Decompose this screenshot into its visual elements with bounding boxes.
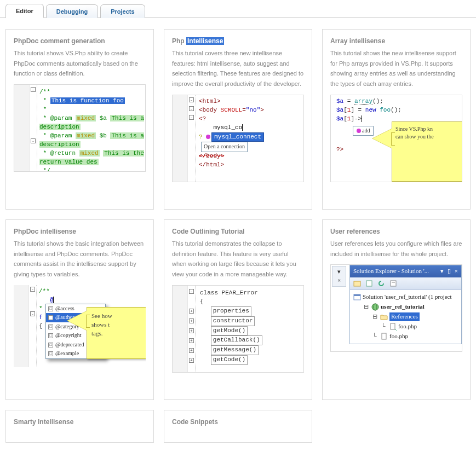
solution-tree: Solution 'user_ref_tutorial' (1 project … bbox=[350, 290, 461, 344]
card-code-outlining[interactable]: Code Outlining Tutorial This tutorial de… bbox=[164, 219, 312, 400]
tree-file-node: └ foo.php bbox=[353, 332, 458, 341]
card-description: This tutorial shows the new intellisense… bbox=[330, 48, 462, 89]
intellisense-selection: mysql_connect bbox=[211, 132, 264, 142]
svg-rect-0 bbox=[354, 281, 360, 286]
card-array-intellisense[interactable]: Array intellisense This tutorial shows t… bbox=[322, 29, 471, 210]
thumbnail-phpdoc-intellisense: - - /** @ * f { □@access □@author □@cate… bbox=[14, 285, 146, 367]
code-text: class PEAR_Error bbox=[200, 289, 258, 296]
tree-solution-node: Solution 'user_ref_tutorial' (1 project bbox=[353, 292, 458, 302]
card-title: PhpDoc intellisense bbox=[14, 228, 146, 235]
globe-icon bbox=[371, 303, 379, 311]
card-phpdoc-comment-generation[interactable]: PhpDoc comment generation This tutorial … bbox=[5, 29, 154, 210]
svg-point-6 bbox=[372, 304, 378, 310]
intellisense-item: add bbox=[353, 126, 374, 136]
method-icon bbox=[206, 135, 210, 139]
card-title: Array intellisense bbox=[330, 37, 462, 45]
callout-tooltip: See how shows t tags. bbox=[87, 307, 146, 359]
fold-toggle-icon: + bbox=[189, 358, 194, 363]
card-description: User references lets you configure which… bbox=[330, 239, 462, 259]
toolbar-icon bbox=[364, 279, 374, 288]
intellisense-tooltip: Open a connection bbox=[201, 142, 248, 152]
fold-toggle-icon: + bbox=[189, 338, 194, 343]
folder-icon bbox=[380, 314, 388, 320]
code-text: * bbox=[39, 97, 50, 104]
outline-collapsed: properties bbox=[211, 306, 251, 316]
card-title: User references bbox=[330, 228, 462, 235]
tab-strip: Editor Debugging Projects bbox=[0, 3, 476, 18]
thumbnail-array-intellisense: $a = array(); $a[1] = new foo(); $a[1]->… bbox=[330, 95, 462, 182]
card-smarty-intellisense[interactable]: Smarty Intellisense bbox=[5, 410, 154, 443]
code-selection: This is function foo bbox=[50, 97, 125, 104]
solution-explorer-titlebar: Solution Explorer - Solution '... ▾ ▯ × bbox=[350, 265, 461, 277]
card-description: This tutorial demonstrates the collapse … bbox=[172, 239, 304, 280]
card-description: This tutorial shows the basic integratio… bbox=[14, 239, 146, 280]
title-highlight: Intellisense bbox=[186, 37, 224, 45]
callout-tooltip: Since VS.Php kn can show you the bbox=[392, 121, 462, 182]
card-user-references[interactable]: User references User references lets you… bbox=[322, 219, 471, 400]
svg-rect-2 bbox=[391, 281, 396, 286]
card-title: Code Snippets bbox=[172, 418, 304, 426]
svg-rect-8 bbox=[391, 323, 395, 329]
svg-rect-9 bbox=[382, 333, 386, 339]
fold-toggle-icon: + bbox=[189, 318, 194, 323]
card-php-intellisense[interactable]: Php Intellisense This tutorial covers th… bbox=[164, 29, 312, 210]
method-icon bbox=[357, 129, 361, 133]
card-title: PhpDoc comment generation bbox=[14, 37, 146, 45]
thumbnail-phpdoc-generation: - - /** * This is function foo * * @para… bbox=[14, 84, 146, 172]
thumbnail-php-intellisense: - - - <html> <body SCROLL="no"> <? mysql… bbox=[172, 95, 304, 182]
outline-collapsed: getMessage() bbox=[211, 345, 259, 355]
card-phpdoc-intellisense[interactable]: PhpDoc intellisense This tutorial shows … bbox=[5, 219, 154, 400]
svg-rect-5 bbox=[354, 294, 360, 296]
tab-debugging[interactable]: Debugging bbox=[46, 4, 98, 18]
outline-collapsed: constructor bbox=[211, 316, 255, 326]
fold-toggle-icon: - bbox=[189, 115, 194, 120]
arrow-left-icon bbox=[67, 311, 87, 331]
toolbar-icon bbox=[352, 279, 362, 288]
tutorial-grid: PhpDoc comment generation This tutorial … bbox=[0, 18, 476, 452]
arrow-left-icon bbox=[372, 129, 392, 148]
tab-projects[interactable]: Projects bbox=[100, 4, 145, 18]
code-text: /** bbox=[39, 89, 50, 95]
fold-toggle-icon: + bbox=[189, 348, 194, 353]
fold-toggle-icon: + bbox=[189, 328, 194, 333]
card-title: Code Outlining Tutorial bbox=[172, 228, 304, 235]
tree-file-node: └ foo.php bbox=[353, 322, 458, 332]
file-icon bbox=[380, 333, 388, 340]
fold-toggle-icon: - bbox=[189, 97, 194, 102]
card-title: Php Intellisense bbox=[172, 37, 304, 45]
fold-toggle-icon: - bbox=[31, 138, 36, 143]
fold-toggle-icon: - bbox=[189, 289, 194, 294]
tab-editor[interactable]: Editor bbox=[5, 4, 44, 18]
chevron-down-icon: ▾ bbox=[440, 268, 444, 274]
solution-icon bbox=[353, 293, 361, 301]
pin-icon: ▯ bbox=[448, 268, 451, 274]
card-code-snippets[interactable]: Code Snippets bbox=[164, 410, 312, 443]
solution-explorer-toolbar bbox=[350, 277, 461, 290]
panel-close-strip: ▾ × bbox=[332, 266, 346, 287]
close-icon: × bbox=[332, 276, 346, 285]
close-icon: × bbox=[455, 268, 458, 274]
fold-toggle-icon: - bbox=[30, 287, 35, 292]
tree-references-node: ⊟ References bbox=[353, 312, 458, 322]
outline-collapsed: getCode() bbox=[211, 355, 248, 365]
toolbar-icon bbox=[388, 279, 398, 288]
fold-toggle-icon: + bbox=[189, 309, 194, 314]
outline-collapsed: getMode() bbox=[211, 326, 248, 336]
card-description: This tutorial covers three new intellise… bbox=[172, 48, 304, 89]
svg-rect-1 bbox=[366, 281, 372, 286]
card-description: This tutorial shows VS.Php ability to cr… bbox=[14, 48, 146, 79]
fold-toggle-icon: - bbox=[31, 87, 36, 92]
chevron-down-icon: ▾ bbox=[332, 268, 346, 276]
card-title: Smarty Intellisense bbox=[14, 418, 146, 426]
file-link-icon bbox=[389, 323, 397, 331]
refresh-icon bbox=[376, 279, 386, 288]
outline-collapsed: getCallback() bbox=[211, 335, 262, 345]
fold-toggle-icon: - bbox=[189, 106, 194, 111]
code-text: <html> bbox=[199, 97, 302, 106]
thumbnail-code-outlining: - + + + + + + class PEAR_Error { propert… bbox=[172, 285, 304, 373]
thumbnail-solution-explorer: ▾ × Solution Explorer - Solution '... ▾ … bbox=[330, 264, 462, 352]
tree-project-node: ⊟ user_ref_tutorial bbox=[353, 302, 458, 312]
fold-toggle-icon: - bbox=[30, 311, 35, 316]
